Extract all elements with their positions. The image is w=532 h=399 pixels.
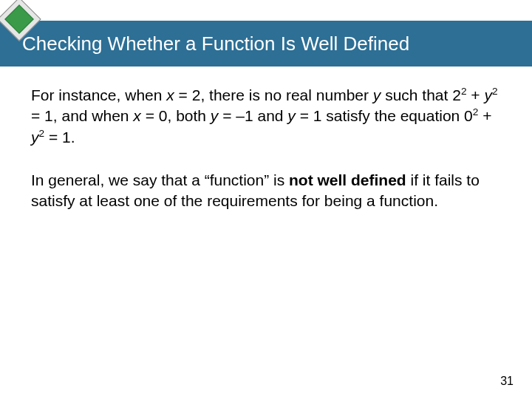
var-y: y [211,107,219,124]
text: + [467,86,485,103]
text: = 2, there is no real number [174,86,373,103]
exponent: 2 [492,86,498,97]
text: = 0, both [141,107,211,124]
var-y: y [287,107,296,124]
var-y: y [484,86,492,103]
text: In general, we say that a “function” is [31,171,289,188]
paragraph-1: For instance, when x = 2, there is no re… [31,85,501,148]
var-x: x [166,86,174,103]
var-y: y [31,129,39,146]
bold-term: not well defined [289,171,406,188]
text: = 1. [44,129,75,146]
exponent: 2 [461,86,467,97]
page-number: 31 [500,375,514,388]
text: such that 2 [381,86,461,103]
exponent: 2 [39,128,45,139]
var-y: y [373,86,381,103]
text: + [478,107,491,124]
text: = 1 satisfy the equation 0 [296,107,473,124]
slide-title: Checking Whether a Function Is Well Defi… [22,33,409,55]
text: = 1, and when [31,107,133,124]
text: = –1 and [218,107,287,124]
title-bar: Checking Whether a Function Is Well Defi… [0,21,532,66]
var-x: x [133,107,141,124]
paragraph-2: In general, we say that a “function” is … [31,170,501,212]
content-area: For instance, when x = 2, there is no re… [31,85,501,234]
text: For instance, when [31,86,166,103]
